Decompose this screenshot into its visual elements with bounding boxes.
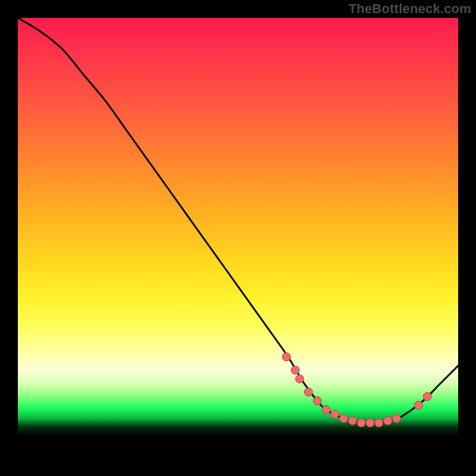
chart-frame: TheBottleneck.com: [0, 0, 476, 476]
data-point: [375, 419, 383, 427]
data-point: [313, 397, 321, 405]
data-point: [304, 388, 312, 396]
bottleneck-curve: [18, 18, 458, 424]
data-point: [331, 410, 339, 418]
curve-markers: [282, 353, 431, 427]
data-point: [423, 392, 431, 400]
data-point: [384, 416, 392, 425]
data-point: [366, 419, 374, 427]
curve-layer: [18, 18, 458, 458]
data-point: [392, 414, 400, 422]
data-point: [357, 419, 365, 427]
data-point: [296, 375, 304, 383]
watermark-text: TheBottleneck.com: [349, 1, 471, 17]
data-point: [322, 406, 330, 414]
plot-area: [18, 18, 458, 458]
data-point: [348, 416, 356, 425]
data-point: [414, 401, 422, 409]
data-point: [291, 366, 299, 374]
data-point: [340, 414, 348, 422]
data-point: [282, 353, 290, 361]
